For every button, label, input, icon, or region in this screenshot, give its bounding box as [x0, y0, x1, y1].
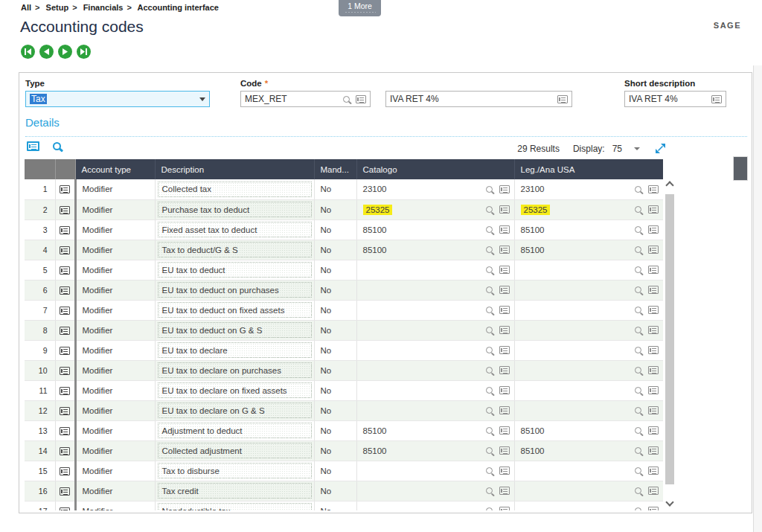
- detail-list-icon[interactable]: [499, 507, 510, 510]
- cell-catalogo[interactable]: [356, 380, 514, 400]
- detail-list-icon[interactable]: [648, 185, 659, 193]
- grid-scrollbar[interactable]: [665, 179, 675, 508]
- header-description[interactable]: Description: [155, 159, 314, 179]
- detail-list-icon[interactable]: [648, 326, 659, 334]
- search-icon[interactable]: [635, 226, 641, 233]
- search-icon[interactable]: [343, 96, 350, 103]
- search-icon[interactable]: [635, 186, 641, 193]
- detail-list-icon[interactable]: [648, 487, 659, 495]
- breadcrumb-setup[interactable]: Setup: [46, 3, 69, 12]
- detail-list-icon[interactable]: [648, 386, 659, 394]
- cell-account-type[interactable]: Modifier: [75, 420, 155, 440]
- cell-leg-ana-usa[interactable]: 85100: [514, 420, 663, 440]
- expand-grid-button[interactable]: [655, 143, 666, 154]
- grid-scrollbar-thumb[interactable]: [665, 194, 674, 484]
- cell-description[interactable]: Tax to disburse: [155, 461, 314, 481]
- cell-leg-ana-usa[interactable]: [514, 260, 663, 280]
- cell-catalogo[interactable]: [356, 280, 514, 300]
- cell-account-type[interactable]: Modifier: [75, 280, 155, 300]
- chevron-down-icon[interactable]: [199, 97, 205, 101]
- detail-list-icon[interactable]: [648, 306, 659, 314]
- type-select[interactable]: Tax: [25, 91, 210, 107]
- description-editable-box[interactable]: EU tax to deduct on fixed assets: [158, 302, 312, 318]
- cell-description[interactable]: EU tax to declare on purchases: [155, 360, 314, 380]
- cell-catalogo[interactable]: 85100: [356, 440, 514, 461]
- search-icon[interactable]: [486, 246, 493, 253]
- search-icon[interactable]: [635, 307, 641, 313]
- detail-list-icon[interactable]: [499, 346, 510, 354]
- cell-catalogo[interactable]: 85100: [356, 219, 514, 240]
- cell-account-type[interactable]: Modifier: [75, 179, 155, 199]
- cell-mandatory[interactable]: No: [314, 501, 356, 510]
- cell-description[interactable]: Adjustment to deduct: [155, 420, 314, 440]
- cell-catalogo[interactable]: [356, 300, 514, 320]
- cell-description[interactable]: EU tax to deduct on fixed assets: [155, 300, 314, 320]
- panel-scrollbar-thumb[interactable]: [734, 157, 747, 180]
- cell-catalogo[interactable]: 23100: [356, 179, 514, 199]
- next-record-button[interactable]: [58, 45, 72, 59]
- detail-list-icon[interactable]: [711, 95, 722, 103]
- cell-leg-ana-usa[interactable]: [514, 300, 663, 320]
- description-editable-box[interactable]: EU tax to deduct on G & S: [158, 322, 312, 338]
- description-editable-box[interactable]: Tax credit: [158, 483, 312, 499]
- search-icon[interactable]: [486, 226, 493, 233]
- cell-catalogo[interactable]: [356, 260, 514, 280]
- header-catalogo[interactable]: Catalogo: [356, 159, 514, 179]
- detail-list-icon[interactable]: [499, 205, 510, 214]
- cell-leg-ana-usa[interactable]: [514, 320, 663, 340]
- cell-catalogo[interactable]: [356, 461, 514, 481]
- search-icon[interactable]: [635, 206, 641, 213]
- cell-account-type[interactable]: Modifier: [75, 461, 155, 481]
- search-icon[interactable]: [635, 487, 641, 494]
- row-detail-icon[interactable]: [60, 487, 70, 496]
- detail-list-icon[interactable]: [648, 346, 659, 354]
- cell-description[interactable]: Purchase tax to deduct: [155, 199, 314, 219]
- search-icon[interactable]: [486, 186, 493, 193]
- breadcrumb-financials[interactable]: Financials: [83, 3, 124, 12]
- description-editable-box[interactable]: Collected adjustment: [158, 443, 312, 458]
- search-icon[interactable]: [486, 206, 493, 213]
- cell-account-type[interactable]: Modifier: [75, 199, 155, 219]
- detail-list-icon[interactable]: [499, 185, 510, 193]
- cell-description[interactable]: EU tax to deduct on G & S: [155, 320, 314, 340]
- cell-catalogo[interactable]: [356, 481, 514, 501]
- cell-account-type[interactable]: Modifier: [75, 240, 155, 260]
- code-description-input[interactable]: IVA RET 4%: [385, 91, 572, 107]
- more-tab-button[interactable]: 1 More: [339, 0, 381, 16]
- row-detail-icon[interactable]: [60, 387, 70, 395]
- search-icon[interactable]: [486, 266, 493, 273]
- cell-description[interactable]: EU tax to declare on G & S: [155, 400, 314, 420]
- search-icon[interactable]: [486, 286, 493, 293]
- header-mandatory[interactable]: Mand...: [314, 159, 356, 179]
- detail-list-icon[interactable]: [648, 246, 659, 254]
- cell-mandatory[interactable]: No: [314, 300, 356, 320]
- detail-list-icon[interactable]: [499, 225, 510, 234]
- cell-account-type[interactable]: Modifier: [75, 219, 155, 240]
- row-detail-icon[interactable]: [60, 206, 70, 214]
- search-icon[interactable]: [486, 407, 493, 414]
- search-icon[interactable]: [635, 447, 641, 454]
- description-editable-box[interactable]: Adjustment to deduct: [158, 423, 312, 438]
- description-editable-box[interactable]: Tax to deduct/G & S: [158, 242, 312, 257]
- search-icon[interactable]: [486, 387, 493, 394]
- cell-leg-ana-usa[interactable]: [514, 380, 663, 400]
- cell-mandatory[interactable]: No: [314, 260, 356, 280]
- search-icon[interactable]: [486, 347, 493, 353]
- search-icon[interactable]: [486, 307, 493, 313]
- cell-mandatory[interactable]: No: [314, 280, 356, 300]
- scroll-up-icon[interactable]: [665, 181, 673, 189]
- row-detail-icon[interactable]: [60, 286, 70, 295]
- cell-description[interactable]: Nondeductible tax: [155, 501, 314, 510]
- row-detail-icon[interactable]: [60, 347, 70, 355]
- row-detail-icon[interactable]: [60, 307, 70, 315]
- search-icon[interactable]: [635, 427, 641, 434]
- description-editable-box[interactable]: Fixed asset tax to deduct: [158, 222, 312, 237]
- row-detail-icon[interactable]: [60, 226, 70, 234]
- cell-description[interactable]: Collected tax: [155, 179, 314, 199]
- cell-catalogo[interactable]: [356, 340, 514, 360]
- cell-description[interactable]: Fixed asset tax to deduct: [155, 219, 314, 240]
- row-detail-icon[interactable]: [60, 327, 70, 335]
- search-icon[interactable]: [486, 427, 493, 434]
- search-icon[interactable]: [635, 286, 641, 293]
- cell-description[interactable]: EU tax to declare on fixed assets: [155, 380, 314, 400]
